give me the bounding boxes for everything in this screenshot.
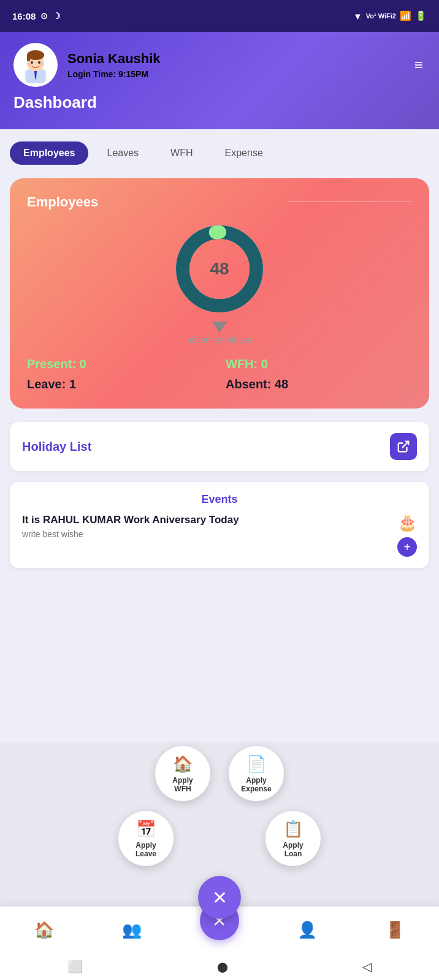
tab-expense[interactable]: Expense (212, 141, 277, 165)
chrome-icon: ⊙ (40, 11, 48, 21)
absent-value: Absent: 48 (226, 377, 288, 391)
loan-fab-icon: 📋 (283, 820, 303, 839)
svg-point-7 (38, 61, 40, 64)
leave-fab-label: ApplyLeave (136, 841, 156, 858)
nav-team[interactable]: 👥 (112, 916, 151, 944)
card-divider (288, 202, 411, 202)
nav-profile[interactable]: 👤 (288, 916, 327, 944)
holiday-external-link[interactable] (390, 433, 417, 460)
fab-apply-loan[interactable]: 📋 ApplyLoan (265, 811, 321, 866)
fab-overlay: 🏠 ApplyWFH 📄 ApplyExpense 📅 ApplyLeave 📋… (0, 746, 439, 919)
login-time: Login Time: 9:15PM (67, 69, 161, 79)
events-card: Events It is RAHUL KUMAR Work Aniversary… (10, 482, 429, 568)
event-add-button[interactable]: + (397, 537, 417, 557)
logout-nav-icon: 🚪 (385, 921, 405, 940)
loan-fab-label: ApplyLoan (283, 841, 303, 858)
event-row: It is RAHUL KUMAR Work Aniversary Today … (22, 513, 417, 557)
present-value: Present: 0 (27, 357, 86, 371)
fab-apply-wfh[interactable]: 🏠 ApplyWFH (155, 746, 210, 801)
wfh-fab-label: ApplyWFH (172, 776, 193, 793)
home-nav-icon: 🏠 (34, 921, 54, 940)
wfh-value: WFH: 0 (226, 357, 268, 371)
tab-bar: Employees Leaves WFH Expense (10, 141, 429, 165)
svg-line-14 (402, 442, 408, 448)
stat-leave: Leave: 1 (27, 377, 213, 391)
main-content: Employees Leaves WFH Expense Employees 4… (0, 129, 439, 742)
holiday-section: Holiday List (10, 422, 429, 471)
profile-nav-icon: 👤 (297, 921, 317, 940)
tab-leaves[interactable]: Leaves (93, 141, 152, 165)
signal-icon: Vo¹ WiFi2 (366, 12, 396, 20)
event-sub-text: write best wishe (22, 529, 397, 539)
stat-absent: Absent: 48 (226, 377, 412, 391)
absent-employee-label: absent employee (187, 335, 253, 345)
android-back-btn[interactable]: ◁ (362, 959, 372, 974)
svg-rect-5 (27, 55, 30, 61)
svg-point-6 (31, 61, 33, 64)
android-nav-bar: ⬜ ⬤ ◁ (0, 953, 439, 980)
fab-row-bottom: 📅 ApplyLeave 📋 ApplyLoan (118, 811, 321, 866)
user-name: Sonia Kaushik (67, 51, 161, 67)
absent-indicator: absent employee (187, 322, 253, 345)
moon-icon: ☽ (53, 11, 61, 21)
android-home-btn[interactable]: ⬤ (217, 961, 228, 973)
fab-apply-expense[interactable]: 📄 ApplyExpense (229, 746, 284, 801)
employee-card: Employees 48 absent employee (10, 178, 429, 409)
user-text-info: Sonia Kaushik Login Time: 9:15PM (67, 51, 161, 78)
android-square-btn[interactable]: ⬜ (67, 959, 83, 974)
donut-chart: 48 (170, 220, 269, 318)
event-icons: 🎂 + (397, 513, 417, 557)
fab-apply-leave[interactable]: 📅 ApplyLeave (118, 811, 174, 866)
fab-close-button[interactable]: ✕ (198, 876, 241, 919)
network-icon: 📶 (400, 10, 411, 21)
card-title: Employees (27, 194, 412, 210)
fab-spacer (192, 811, 247, 866)
stats-grid: Present: 0 WFH: 0 Leave: 1 Absent: 48 (27, 357, 412, 391)
wfh-fab-icon: 🏠 (173, 755, 193, 774)
time-display: 16:08 (12, 11, 36, 21)
leave-fab-icon: 📅 (136, 820, 156, 839)
chart-container: 48 absent employee (27, 220, 412, 345)
avatar (13, 43, 58, 87)
dashboard-title: Dashboard (13, 93, 426, 112)
nav-home[interactable]: 🏠 (25, 916, 64, 944)
expense-fab-label: ApplyExpense (241, 776, 271, 793)
status-time: 16:08 ⊙ ☽ (12, 11, 61, 21)
expense-fab-icon: 📄 (246, 755, 266, 774)
nav-logout[interactable]: 🚪 (375, 916, 414, 944)
menu-icon[interactable]: ≡ (412, 54, 426, 76)
events-title: Events (22, 493, 417, 506)
battery-icon: 🔋 (415, 10, 427, 21)
wifi-icon: ▼ (353, 11, 362, 21)
header-top: Sonia Kaushik Login Time: 9:15PM ≡ (13, 43, 426, 87)
cake-icon: 🎂 (397, 513, 417, 532)
status-bar: 16:08 ⊙ ☽ ▼ Vo¹ WiFi2 📶 🔋 (0, 0, 439, 32)
status-icons: ▼ Vo¹ WiFi2 📶 🔋 (353, 10, 427, 21)
stat-present: Present: 0 (27, 357, 213, 371)
team-nav-icon: 👥 (122, 921, 142, 940)
holiday-title: Holiday List (22, 440, 91, 454)
event-text: It is RAHUL KUMAR Work Aniversary Today … (22, 513, 397, 539)
header-section: Sonia Kaushik Login Time: 9:15PM ≡ Dashb… (0, 32, 439, 129)
triangle-icon (212, 322, 227, 333)
leave-value: Leave: 1 (27, 377, 76, 391)
donut-count: 48 (210, 259, 229, 279)
event-main-text: It is RAHUL KUMAR Work Aniversary Today (22, 513, 397, 527)
svg-point-10 (40, 63, 44, 66)
stat-wfh: WFH: 0 (226, 357, 412, 371)
tab-wfh[interactable]: WFH (157, 141, 206, 165)
tab-employees[interactable]: Employees (10, 141, 88, 165)
svg-point-9 (28, 63, 31, 66)
fab-row-top: 🏠 ApplyWFH 📄 ApplyExpense (155, 746, 284, 801)
user-info-section: Sonia Kaushik Login Time: 9:15PM (13, 43, 161, 87)
